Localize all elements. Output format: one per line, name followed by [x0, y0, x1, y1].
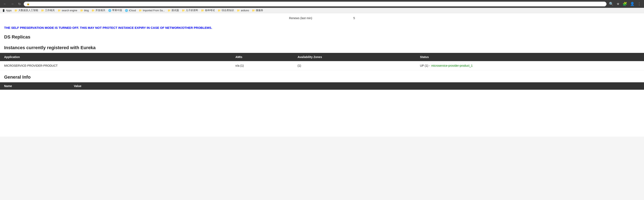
apps-icon: 📱 — [2, 9, 5, 12]
table-row: MICROSERVICE-PROVIDER-PRODUCT n/a (1) (1… — [0, 61, 644, 70]
col-availability-zones: Availability Zones — [293, 53, 416, 61]
service-link[interactable]: microservice-provider-product_1 — [431, 64, 473, 67]
bookmark-imported[interactable]: 📁 Imported From Sa... — [139, 9, 165, 12]
browser-actions: 🔍 ★ 🧩 👤 ⋮ — [608, 1, 642, 6]
profile-button[interactable]: 👤 — [629, 1, 635, 6]
bookmark-exams-label: 各种考试 — [205, 9, 215, 12]
col-status: Status — [416, 53, 644, 61]
cell-availability-zones: (1) — [293, 61, 416, 70]
bookmark-imported-label: Imported From Sa... — [143, 9, 165, 12]
folder-icon: 📁 — [182, 9, 185, 12]
bookmark-general[interactable]: 📁 综合类知识 — [218, 9, 234, 12]
zoom-button[interactable]: 🔍 — [608, 1, 614, 6]
instances-table: Application AMIs Availability Zones Stat… — [0, 53, 644, 70]
bookmark-icloud-label: iCloud — [129, 9, 136, 12]
back-button[interactable]: ← — [2, 2, 8, 6]
folder-icon: 📁 — [237, 9, 240, 12]
bookmark-arduino[interactable]: 📁 ardiuno — [237, 9, 249, 12]
ds-replicas-title: DS Replicas — [0, 32, 644, 41]
table-header-row: Application AMIs Availability Zones Stat… — [0, 53, 644, 61]
warning-text: THE SELF PRESERVATION MODE IS TURNED OFF… — [4, 26, 212, 29]
col-application: Application — [0, 53, 231, 61]
bookmark-exams[interactable]: 📁 各种考试 — [201, 9, 215, 12]
cell-amis: n/a (1) — [231, 61, 293, 70]
bookmark-bigdata[interactable]: 📁 大数据及人工智能 — [14, 9, 38, 12]
bookmark-microservice[interactable]: 📁 微服务 — [252, 9, 263, 12]
lock-icon: 🔒 — [26, 2, 30, 5]
url-input[interactable]: localhost:7001 — [31, 2, 604, 5]
folder-icon: 📁 — [139, 9, 142, 12]
bookmark-apple-label: 苹果中国 — [112, 9, 122, 12]
forward-button[interactable]: → — [10, 2, 15, 6]
bookmark-apps-label: Apps — [6, 9, 12, 12]
bookmarks-bar: 📱 Apps 📁 大数据及人工智能 📁 工作相关 📁 search engine… — [0, 8, 644, 13]
renews-label: Renews (last min) — [289, 16, 312, 20]
folder-icon: 📁 — [201, 9, 204, 12]
menu-button[interactable]: ⋮ — [636, 1, 642, 6]
general-info-col-value: Value — [74, 84, 82, 88]
globe-icon: 🌐 — [108, 9, 111, 12]
folder-icon: 📁 — [92, 9, 94, 12]
bookmark-search[interactable]: 📁 search engine — [58, 9, 77, 12]
bookmark-bigdata-label: 大数据及人工智能 — [18, 9, 38, 12]
bookmark-star-button[interactable]: ★ — [616, 1, 620, 6]
browser-chrome: ← → ↻ 🔒 localhost:7001 🔍 ★ 🧩 👤 ⋮ — [0, 0, 644, 8]
renews-row: Renews (last min) 5 — [0, 13, 644, 23]
warning-banner: THE SELF PRESERVATION MODE IS TURNED OFF… — [0, 23, 644, 32]
bookmark-interview[interactable]: 📁 面试题 — [168, 9, 179, 12]
page-content: Renews (last min) 5 THE SELF PRESERVATIO… — [0, 13, 644, 137]
bookmark-arduino-label: ardiuno — [241, 9, 249, 12]
folder-icon: 📁 — [218, 9, 221, 12]
bookmark-work-label: 工作相关 — [45, 9, 55, 12]
address-bar: 🔒 localhost:7001 — [24, 2, 606, 6]
reload-button[interactable]: ↻ — [17, 2, 22, 6]
status-up-text: UP (1) - — [420, 64, 430, 67]
bookmark-apple[interactable]: 🌐 苹果中国 — [108, 9, 122, 12]
bookmark-search-label: search engine — [62, 9, 77, 12]
instances-header: Instances currently registered with Eure… — [0, 41, 644, 53]
bookmark-blog-label: blog — [84, 9, 89, 12]
folder-icon: 📁 — [14, 9, 18, 12]
bookmark-icloud[interactable]: 🌐 iCloud — [125, 9, 136, 12]
cell-status: UP (1) - microservice-provider-product_1 — [416, 61, 644, 70]
bookmark-son[interactable]: 📁 儿子的资料 — [182, 9, 198, 12]
bookmark-apps[interactable]: 📱 Apps — [2, 9, 12, 12]
bookmark-son-label: 儿子的资料 — [186, 9, 198, 12]
col-amis: AMIs — [231, 53, 293, 61]
bookmark-microservice-label: 微服务 — [256, 9, 263, 12]
cell-application: MICROSERVICE-PROVIDER-PRODUCT — [0, 61, 231, 70]
general-info-table-header: Name Value — [0, 82, 644, 90]
bookmark-blog[interactable]: 📁 blog — [80, 9, 89, 12]
bookmark-dev-label: 开发相关 — [96, 9, 105, 12]
globe-icon: 🌐 — [125, 9, 128, 12]
extensions-button[interactable]: 🧩 — [622, 1, 628, 6]
bookmark-interview-label: 面试题 — [172, 9, 179, 12]
folder-icon: 📁 — [80, 9, 83, 12]
folder-icon: 📁 — [41, 9, 44, 12]
bookmark-general-label: 综合类知识 — [222, 9, 234, 12]
folder-icon: 📁 — [58, 9, 61, 12]
general-info-col-name: Name — [4, 84, 12, 88]
folder-icon: 📁 — [252, 9, 255, 12]
renews-value: 5 — [353, 16, 355, 20]
folder-icon: 📁 — [168, 9, 171, 12]
bookmark-dev[interactable]: 📁 开发相关 — [92, 9, 105, 12]
bookmark-work[interactable]: 📁 工作相关 — [41, 9, 55, 12]
general-info-title: General Info — [0, 70, 644, 82]
